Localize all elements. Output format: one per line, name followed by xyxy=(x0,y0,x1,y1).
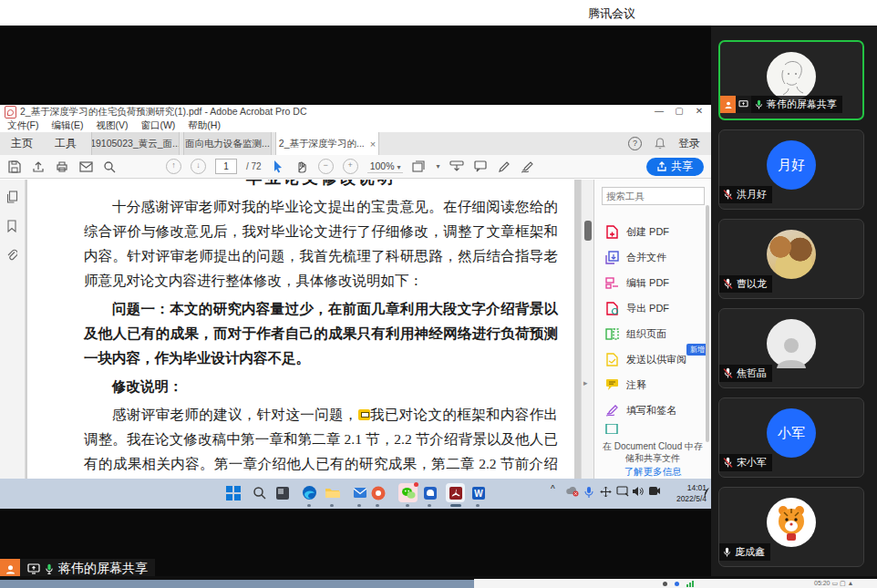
doc-tab-2[interactable]: 面向电力设备监测... xyxy=(183,132,272,155)
menu-help[interactable]: 帮助(H) xyxy=(188,119,221,132)
zoom-level-select[interactable]: 100% ▾ xyxy=(367,160,404,173)
close-button[interactable]: ✕ xyxy=(689,106,709,116)
taskbar-acrobat-icon[interactable] xyxy=(446,483,465,502)
acrobat-tabbar: 主页 工具 19105023_黄云_面... 面向电力设备监测... 2_基于深… xyxy=(0,132,711,156)
pdf-page: 毕业论文修改说明 十分感谢评审老师对我的毕业论文提出的宝贵意见。在仔细阅读您给的… xyxy=(27,180,574,479)
participant-tile[interactable]: 小军 宋小军 xyxy=(718,397,864,478)
pencil-edit-icon[interactable] xyxy=(497,160,511,174)
panel-collapse-icon[interactable]: ▸ xyxy=(583,378,588,387)
save-icon[interactable] xyxy=(7,160,22,174)
acrobat-content: 毕业论文修改说明 十分感谢评审老师对我的毕业论文提出的宝贵意见。在仔细阅读您给的… xyxy=(0,180,711,479)
shared-screen: 2_基于深度学习的住宅负荷预测研究(1).pdf - Adobe Acrobat… xyxy=(0,26,711,576)
print-icon[interactable] xyxy=(55,160,69,174)
zoom-out-button[interactable]: − xyxy=(318,159,334,174)
participant-tile[interactable]: 庞成鑫 xyxy=(718,487,864,567)
pdf-page-text: 毕业论文修改说明 十分感谢评审老师对我的毕业论文提出的宝贵意见。在仔细阅读您给的… xyxy=(27,180,574,479)
participant-tile-presenter[interactable]: 蒋伟的屏幕共享 xyxy=(718,40,864,120)
pdf-canvas[interactable]: 毕业论文修改说明 十分感谢评审老师对我的毕业论文提出的宝贵意见。在仔细阅读您给的… xyxy=(26,180,581,479)
share-button[interactable]: 共享 xyxy=(646,158,704,176)
share-arrow-icon xyxy=(657,161,666,171)
running-dot xyxy=(406,504,409,507)
taskbar-mail-icon[interactable] xyxy=(350,483,369,502)
tray-camera-icon[interactable] xyxy=(648,486,661,498)
participant-name: 焦哲晶 xyxy=(737,366,767,380)
fit-width-icon[interactable] xyxy=(449,160,464,174)
tray-speaker-icon[interactable] xyxy=(632,486,644,499)
search-icon[interactable] xyxy=(102,160,117,174)
zoom-in-button[interactable]: + xyxy=(343,159,358,174)
taskbar-app-dark-icon[interactable] xyxy=(273,483,292,502)
upload-share-icon[interactable] xyxy=(31,160,46,174)
page-thumbnails-icon[interactable] xyxy=(6,191,19,203)
participant-tile[interactable]: 月好 洪月好 xyxy=(718,129,864,210)
taskbar-app-orange-icon[interactable] xyxy=(368,483,387,502)
taskbar-search-icon[interactable] xyxy=(250,483,269,502)
tool-comment[interactable]: 注释 xyxy=(605,375,646,395)
taskbar-edge-icon[interactable] xyxy=(300,483,319,502)
start-button[interactable] xyxy=(223,483,242,502)
tab-tools[interactable]: 工具 xyxy=(44,132,88,155)
tool-fill-sign[interactable]: 填写和签名 xyxy=(605,400,676,420)
create-pdf-icon xyxy=(605,225,619,239)
email-icon[interactable] xyxy=(78,160,93,174)
learn-more-link[interactable]: 了解更多信息 xyxy=(602,466,704,479)
tools-panel-scrollbar[interactable] xyxy=(706,205,709,442)
mic-muted-icon xyxy=(723,189,733,201)
mic-on-icon xyxy=(45,563,54,575)
document-scrollbar[interactable] xyxy=(581,180,594,479)
help-icon[interactable]: ? xyxy=(628,137,642,150)
select-cursor-icon[interactable] xyxy=(271,160,285,174)
bookmarks-icon[interactable] xyxy=(6,220,19,232)
page-down-button[interactable]: ↓ xyxy=(191,159,206,174)
taskbar-wechat-icon[interactable] xyxy=(398,483,418,502)
taskbar-word-icon[interactable]: W xyxy=(469,483,488,502)
tool-organize-pages[interactable]: 组织页面 xyxy=(605,324,666,344)
mic-muted-icon xyxy=(723,367,733,379)
doc-tab-3-active[interactable]: 2_基于深度学习的... × xyxy=(275,132,379,155)
tab-home[interactable]: 主页 xyxy=(0,132,44,155)
participant-name: 洪月好 xyxy=(737,188,767,201)
tray-onedrive-error-icon[interactable] xyxy=(565,486,579,499)
fill-sign-icon[interactable] xyxy=(521,160,535,174)
menu-file[interactable]: 文件(F) xyxy=(7,119,38,132)
tray-move-icon[interactable] xyxy=(600,486,612,500)
running-dot xyxy=(476,504,480,507)
tool-export-pdf[interactable]: 导出 PDF xyxy=(605,298,669,318)
tool-create-pdf[interactable]: 创建 PDF xyxy=(605,222,669,242)
running-dot xyxy=(307,504,311,507)
participant-tile[interactable]: 焦哲晶 xyxy=(718,308,864,388)
tool-edit-pdf[interactable]: 编辑 PDF xyxy=(605,273,669,293)
tray-chevron-up-icon[interactable]: ^ xyxy=(551,484,555,494)
menu-view[interactable]: 视图(V) xyxy=(96,119,128,132)
taskbar-clock[interactable]: 14:012022/5/4 xyxy=(666,482,707,504)
taskbar-app-blue-icon[interactable] xyxy=(420,483,439,502)
avatar-tiger xyxy=(767,498,816,547)
comment-icon[interactable] xyxy=(473,160,488,174)
tab-close-icon[interactable]: × xyxy=(370,139,376,150)
bell-icon[interactable] xyxy=(653,137,667,151)
participant-tile[interactable]: 曹以龙 xyxy=(718,219,864,299)
sticky-note-annotation-icon[interactable] xyxy=(358,409,370,420)
tray-microphone-icon[interactable] xyxy=(584,486,593,500)
signin-button[interactable]: 登录 xyxy=(678,136,700,151)
fit-caret-icon[interactable]: ▾ xyxy=(436,162,439,170)
doc-tab-1[interactable]: 19105023_黄云_面... xyxy=(91,132,180,155)
menu-window[interactable]: 窗口(W) xyxy=(140,119,175,132)
fit-page-icon[interactable] xyxy=(412,160,427,174)
tool-partial[interactable] xyxy=(605,424,619,435)
menu-edit[interactable]: 编辑(E) xyxy=(51,119,83,132)
tools-search-input[interactable] xyxy=(602,187,705,205)
hand-tool-icon[interactable] xyxy=(294,160,309,174)
tool-send-for-review[interactable]: 发送以供审阅 xyxy=(605,349,686,369)
maximize-button[interactable]: ▢ xyxy=(669,106,689,116)
attachments-icon[interactable] xyxy=(6,249,19,262)
tool-combine-files[interactable]: 合并文件 xyxy=(605,247,666,267)
minimize-button[interactable]: — xyxy=(649,106,669,116)
page-up-button[interactable]: ↑ xyxy=(166,159,181,174)
page-number-input[interactable] xyxy=(215,159,237,174)
tray-display-pen-icon[interactable] xyxy=(616,486,629,499)
tray-pen-icon[interactable] xyxy=(702,487,711,500)
taskbar-explorer-icon[interactable] xyxy=(323,483,342,502)
document-scrollbar-thumb[interactable] xyxy=(584,221,592,241)
participants-panel: 蒋伟的屏幕共享 月好 洪月好 曹以龙 焦哲晶 小军 宋小军 庞成鑫 xyxy=(711,26,877,576)
